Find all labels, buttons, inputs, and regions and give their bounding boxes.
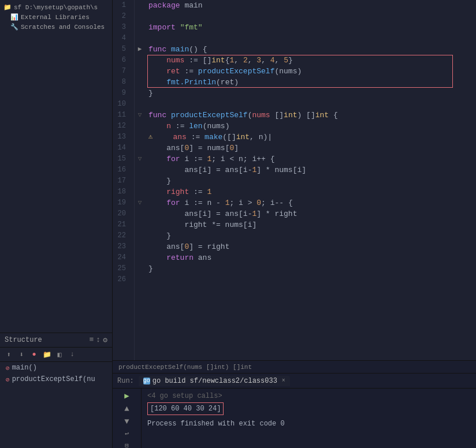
run-tab-label: go build sf/newclass2/class033 xyxy=(153,377,277,385)
run-clear-btn[interactable]: ⊟ xyxy=(121,442,133,448)
code-line-20: ans[i] = ans[i-1] * right xyxy=(148,208,476,219)
settings-icon[interactable]: ⚙ xyxy=(103,335,107,345)
code-line-22: } xyxy=(148,230,476,241)
run-header: Run: go go build sf/newclass2/class033 × xyxy=(113,374,476,389)
code-line-25: } xyxy=(148,263,476,274)
structure-title: Structure xyxy=(5,336,87,344)
editor-area: 12345 678910 1112131415 1617181920 21222… xyxy=(113,0,476,448)
highlight-block: nums := []int{1, 2, 3, 4, 5} ret := prod… xyxy=(148,55,476,88)
fold-19[interactable]: ▽ xyxy=(135,197,145,208)
main-area: 📁 sf D:\mysetup\gopath\s 📊 External Libr… xyxy=(0,0,476,448)
code-line-4 xyxy=(148,33,476,44)
struct-btn-5[interactable]: ◧ xyxy=(54,349,65,360)
struct-item-label: main() xyxy=(12,364,37,372)
fold-5[interactable]: ▶ xyxy=(135,44,145,55)
code-line-23: ans[0] = right xyxy=(148,241,476,252)
line-numbers: 12345 678910 1112131415 1617181920 21222… xyxy=(113,0,135,360)
structure-toolbar: ⬆ ⬇ ● 📁 ◧ ↓ xyxy=(0,348,112,362)
go-icon: go xyxy=(143,378,150,384)
code-line-26 xyxy=(148,274,476,285)
sidebar-item-label: Scratches and Consoles xyxy=(21,24,105,31)
library-icon: 📊 xyxy=(10,13,18,21)
run-tab-close[interactable]: × xyxy=(282,378,285,384)
struct-btn-6[interactable]: ↓ xyxy=(67,349,77,360)
run-body: ▶ ▲ ▼ ↩ ⊟ 🖨 <4 go setup calls> [120 60 4… xyxy=(113,389,476,448)
code-line-10 xyxy=(148,99,476,110)
structure-header-icons: ≡ ↕ ⚙ xyxy=(90,335,107,345)
code-line-6: nums := []int{1, 2, 3, 4, 5} xyxy=(148,55,476,66)
run-up-btn[interactable]: ▲ xyxy=(121,404,133,413)
code-line-12: n := len(nums) xyxy=(148,121,476,132)
code-line-9: } xyxy=(148,88,476,99)
run-wrap-btn[interactable]: ↩ xyxy=(121,430,133,438)
code-content[interactable]: package main import "fmt" func main() { xyxy=(145,0,476,360)
code-line-1: package main xyxy=(148,0,476,11)
run-label: Run: xyxy=(117,377,134,385)
run-tab[interactable]: go go build sf/newclass2/class033 × xyxy=(139,376,290,386)
struct-btn-4[interactable]: 📁 xyxy=(42,349,52,360)
code-line-13: ⚠ ans := make([]int, n)| xyxy=(148,132,476,143)
sidebar-item-project[interactable]: 📁 sf D:\mysetup\gopath\s xyxy=(0,2,112,12)
code-line-24: return ans xyxy=(148,252,476,263)
sort2-icon[interactable]: ↕ xyxy=(96,335,101,345)
sidebar-item-label: sf D:\mysetup\gopath\s xyxy=(14,4,98,11)
fold-15[interactable]: ▽ xyxy=(135,154,145,165)
code-line-2 xyxy=(148,11,476,22)
code-line-11: func productExceptSelf(nums []int) []int… xyxy=(148,110,476,121)
run-down-btn[interactable]: ▼ xyxy=(121,417,133,426)
run-sidebar: ▶ ▲ ▼ ↩ ⊟ 🖨 xyxy=(113,389,142,448)
run-panel: Run: go go build sf/newclass2/class033 ×… xyxy=(113,373,476,448)
code-line-7: ret := productExceptSelf(nums) xyxy=(148,66,476,77)
struct-btn-3[interactable]: ● xyxy=(29,349,39,360)
run-output: <4 go setup calls> [120 60 40 30 24] Pro… xyxy=(142,389,476,448)
struct-btn-2[interactable]: ⬇ xyxy=(16,349,27,360)
code-line-16: ans[i] = ans[i-1] * nums[i] xyxy=(148,165,476,176)
bottom-info-bar: productExceptSelf(nums []int) []int xyxy=(113,360,476,373)
struct-item-label: productExceptSelf(nu xyxy=(12,375,95,383)
code-line-8: fmt.Println(ret) xyxy=(148,77,476,88)
code-editor[interactable]: 12345 678910 1112131415 1617181920 21222… xyxy=(113,0,476,360)
structure-header: Structure ≡ ↕ ⚙ xyxy=(0,333,112,348)
scratches-icon: 🔧 xyxy=(10,23,18,31)
result-line: [120 60 40 30 24] xyxy=(147,401,470,416)
fold-column: ▶ ▽ ▽ ▽ xyxy=(135,0,145,360)
code-line-3: import "fmt" xyxy=(148,22,476,33)
sidebar: 📁 sf D:\mysetup\gopath\s 📊 External Libr… xyxy=(0,0,113,448)
warning-icon-13: ⚠ xyxy=(148,132,153,143)
code-line-14: ans[0] = nums[0] xyxy=(148,143,476,154)
struct-item-productexceptself[interactable]: ⊘ productExceptSelf(nu xyxy=(0,374,112,385)
error-icon-main: ⊘ xyxy=(6,364,10,372)
fold-11[interactable]: ▽ xyxy=(135,110,145,121)
function-signature: productExceptSelf(nums []int) []int xyxy=(118,364,252,371)
code-line-15: for i := 1; i < n; i++ { xyxy=(148,154,476,165)
result-value: [120 60 40 30 24] xyxy=(147,402,224,415)
exit-line: Process finished with exit code 0 xyxy=(147,419,470,429)
sort-icon[interactable]: ≡ xyxy=(90,335,94,345)
code-line-21: right *= nums[i] xyxy=(148,219,476,230)
error-icon-product: ⊘ xyxy=(6,376,10,383)
structure-panel: Structure ≡ ↕ ⚙ ⬆ ⬇ ● 📁 ◧ ↓ ⊘ main() xyxy=(0,333,112,448)
struct-btn-1[interactable]: ⬆ xyxy=(3,349,14,360)
struct-item-main[interactable]: ⊘ main() xyxy=(0,362,112,374)
run-play-btn[interactable]: ▶ xyxy=(121,391,133,401)
code-line-19: for i := n - 1; i > 0; i-- { xyxy=(148,197,476,208)
code-lines: 12345 678910 1112131415 1617181920 21222… xyxy=(113,0,476,360)
sidebar-item-ext-libs[interactable]: 📊 External Libraries xyxy=(0,12,112,22)
setup-calls-line: <4 go setup calls> xyxy=(147,391,470,401)
sidebar-item-scratches[interactable]: 🔧 Scratches and Consoles xyxy=(0,22,112,32)
code-line-17: } xyxy=(148,176,476,186)
code-line-5: func main() { xyxy=(148,44,476,55)
folder-icon: 📁 xyxy=(3,3,12,11)
code-line-18: right := 1 xyxy=(148,186,476,197)
sidebar-tree: 📁 sf D:\mysetup\gopath\s 📊 External Libr… xyxy=(0,0,112,333)
sidebar-item-label: External Libraries xyxy=(21,14,90,21)
